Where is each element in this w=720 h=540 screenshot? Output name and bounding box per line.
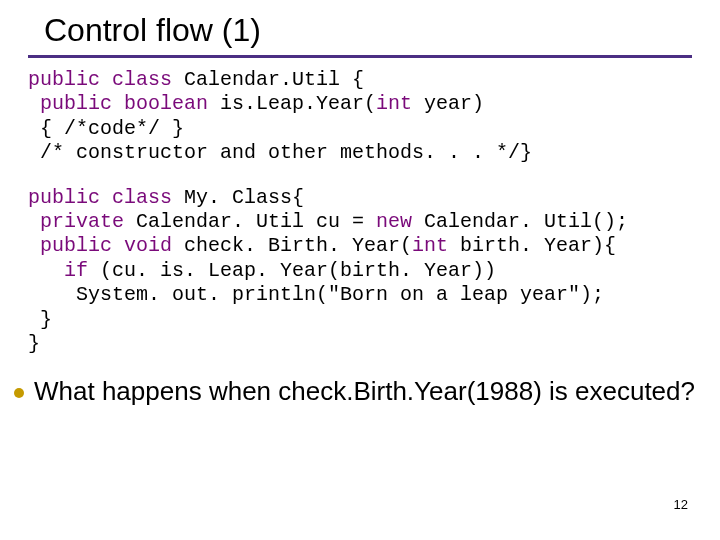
kw-class: class — [100, 186, 172, 209]
code-text: Calendar. Util(); — [412, 210, 628, 233]
title-rule — [28, 55, 692, 58]
code-text: /* constructor and other methods. . . */… — [28, 141, 532, 164]
kw-public: public — [28, 186, 100, 209]
kw-public: public — [28, 234, 112, 257]
code-text: My. Class{ — [172, 186, 304, 209]
kw-public: public — [28, 92, 112, 115]
kw-class: class — [100, 68, 172, 91]
page-number: 12 — [674, 497, 688, 512]
kw-void: void — [112, 234, 172, 257]
code-text: year) — [412, 92, 484, 115]
bullet-item: What happens when check.Birth.Year(1988)… — [0, 376, 720, 407]
kw-new: new — [376, 210, 412, 233]
slide-title: Control flow (1) — [0, 0, 720, 55]
code-text: } — [28, 332, 40, 355]
code-text: System. out. println("Born on a leap yea… — [28, 283, 604, 306]
kw-int: int — [412, 234, 448, 257]
code-block-2: public class My. Class{ private Calendar… — [0, 186, 720, 357]
code-block-1: public class Calendar.Util { public bool… — [0, 68, 720, 166]
code-text: (cu. is. Leap. Year(birth. Year)) — [88, 259, 496, 282]
code-text: } — [28, 308, 52, 331]
question-text: What happens when check.Birth.Year(1988)… — [34, 376, 695, 407]
bullet-icon — [14, 388, 24, 398]
kw-int: int — [376, 92, 412, 115]
kw-private: private — [28, 210, 124, 233]
code-text: Calendar.Util { — [172, 68, 364, 91]
kw-if: if — [28, 259, 88, 282]
code-text: check. Birth. Year( — [172, 234, 412, 257]
code-text: { /*code*/ } — [28, 117, 184, 140]
kw-public: public — [28, 68, 100, 91]
code-text: Calendar. Util cu = — [124, 210, 376, 233]
code-text: is.Leap.Year( — [208, 92, 376, 115]
code-text: birth. Year){ — [448, 234, 616, 257]
kw-boolean: boolean — [112, 92, 208, 115]
